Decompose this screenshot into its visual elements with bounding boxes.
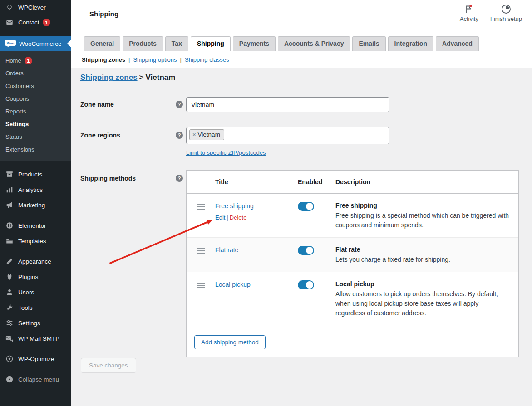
sidebar-item-appearance[interactable]: Appearance: [0, 254, 71, 269]
sidebar-item-wp-mail-smtp[interactable]: WP Mail SMTP: [0, 331, 71, 346]
sidebar-item-contact[interactable]: Contact1: [0, 15, 71, 30]
header-action-activity[interactable]: Activity: [460, 4, 478, 22]
tab-payments[interactable]: Payments: [233, 36, 276, 51]
page-title: Shipping: [89, 10, 118, 18]
sidebar-item-label: WPClever: [18, 4, 46, 11]
tab-shipping[interactable]: Shipping: [191, 36, 231, 51]
woocommerce-submenu: Home1OrdersCustomersCouponsReportsSettin…: [0, 51, 71, 161]
settings-content: Shipping zones>Vietnam Zone name ? Zone …: [71, 68, 532, 406]
products-box-icon: [5, 170, 15, 179]
folder-icon: [5, 236, 15, 245]
enabled-toggle[interactable]: [298, 246, 314, 255]
table-footer: Add shipping method: [187, 328, 518, 357]
method-title-link[interactable]: Local pickup: [215, 281, 251, 288]
sidebar-item-reports[interactable]: Reports: [0, 105, 71, 118]
sidebar-item-settings[interactable]: Settings: [0, 315, 71, 331]
tab-products[interactable]: Products: [123, 36, 163, 51]
header-action-label: Finish setup: [490, 15, 522, 22]
drag-handle-icon[interactable]: [197, 283, 205, 288]
sidebar-item-wp-optimize[interactable]: WP-Optimize: [0, 351, 71, 367]
tab-integration[interactable]: Integration: [388, 36, 433, 51]
enabled-toggle[interactable]: [298, 202, 314, 211]
shipping-subnav: Shipping zones|Shipping options|Shipping…: [71, 51, 532, 63]
tab-emails[interactable]: Emails: [352, 36, 385, 51]
zone-regions-input[interactable]: ×Vietnam: [186, 127, 389, 144]
add-shipping-method-button[interactable]: Add shipping method: [194, 335, 266, 349]
tab-general[interactable]: General: [84, 36, 120, 51]
delete-link[interactable]: Delete: [230, 214, 247, 221]
tab-tax[interactable]: Tax: [165, 36, 188, 51]
subnav-shipping-classes[interactable]: Shipping classes: [185, 56, 229, 63]
progress-pie-icon: [501, 4, 512, 15]
sidebar-item-extensions[interactable]: Extensions: [0, 143, 71, 156]
header-action-finish-setup[interactable]: Finish setup: [490, 4, 522, 22]
remove-region-icon[interactable]: ×: [192, 131, 196, 138]
settings-tabs-section: GeneralProductsTaxShippingPaymentsAccoun…: [71, 28, 532, 68]
tab-advanced[interactable]: Advanced: [436, 36, 479, 51]
column-header-title: Title: [215, 178, 298, 186]
paintbrush-icon: [5, 257, 15, 266]
admin-sidebar: WPCleverContact1 Woo WooCommerce Home1Or…: [0, 0, 71, 406]
sidebar-item-marketing[interactable]: Marketing: [0, 197, 71, 213]
sidebar-item-label: Settings: [18, 320, 40, 327]
sidebar-item-woocommerce[interactable]: Woo WooCommerce: [0, 36, 71, 51]
svg-text:Woo: Woo: [7, 41, 15, 45]
column-header-enabled: Enabled: [298, 178, 335, 186]
enabled-toggle[interactable]: [298, 280, 314, 289]
breadcrumb-shipping-zones-link[interactable]: Shipping zones: [80, 73, 138, 82]
sidebar-item-label: Extensions: [5, 146, 34, 153]
sidebar-item-products[interactable]: Products: [0, 166, 71, 182]
shipping-methods-label: Shipping methods: [80, 175, 136, 182]
sidebar-item-coupons[interactable]: Coupons: [0, 93, 71, 105]
bar-chart-icon: [5, 185, 15, 194]
sidebar-item-settings[interactable]: Settings: [0, 118, 71, 131]
sidebar-item-elementor[interactable]: Elementor: [0, 218, 71, 233]
zone-name-help-icon[interactable]: ?: [176, 101, 183, 108]
sidebar-item-status[interactable]: Status: [0, 131, 71, 143]
sidebar-menu-group: AppearancePluginsUsersToolsSettingsWP Ma…: [0, 254, 71, 346]
subnav-shipping-zones[interactable]: Shipping zones: [82, 56, 125, 63]
header-actions: ActivityFinish setup: [460, 4, 522, 22]
sidebar-item-templates[interactable]: Templates: [0, 233, 71, 249]
zone-name-input[interactable]: [186, 97, 389, 112]
limit-postcodes-link[interactable]: Limit to specific ZIP/postcodes: [186, 149, 266, 156]
zone-name-label: Zone name: [80, 101, 114, 108]
sidebar-item-home[interactable]: Home1: [0, 54, 71, 67]
toggle-knob: [306, 281, 313, 289]
sidebar-item-wpclever[interactable]: WPClever: [0, 0, 71, 15]
subnav-shipping-options[interactable]: Shipping options: [133, 56, 177, 63]
sidebar-item-label: Marketing: [18, 202, 45, 209]
sidebar-item-plugins[interactable]: Plugins: [0, 269, 71, 284]
sidebar-item-customers[interactable]: Customers: [0, 80, 71, 93]
sidebar-item-collapse-menu[interactable]: Collapse menu: [0, 372, 71, 387]
shipping-methods-help-icon[interactable]: ?: [176, 175, 183, 182]
sidebar-item-label: Templates: [18, 238, 46, 245]
elementor-icon: [5, 221, 15, 230]
save-changes-button[interactable]: Save changes: [81, 358, 136, 373]
sidebar-item-analytics[interactable]: Analytics: [0, 182, 71, 197]
sidebar-item-label: Coupons: [5, 95, 29, 102]
drag-handle-icon[interactable]: [197, 204, 205, 210]
sidebar-item-tools[interactable]: Tools: [0, 300, 71, 315]
table-row-flat-rate: Flat rate Flat rate Lets you charge a fi…: [187, 238, 518, 272]
sidebar-item-label: Status: [5, 133, 22, 140]
drag-handle-icon[interactable]: [197, 248, 205, 254]
subnav-separator: |: [125, 56, 133, 63]
sidebar-item-users[interactable]: Users: [0, 284, 71, 300]
sidebar-item-label: Appearance: [18, 258, 51, 265]
sidebar-menu-groups: ProductsAnalyticsMarketingElementorTempl…: [0, 166, 71, 387]
method-title-link[interactable]: Free shipping: [215, 202, 254, 210]
sidebar-item-orders[interactable]: Orders: [0, 67, 71, 80]
sidebar-item-label: Users: [18, 289, 34, 296]
collapse-arrow-icon: [5, 375, 15, 384]
sidebar-item-label: Elementor: [18, 222, 46, 229]
region-chip-vietnam: ×Vietnam: [189, 129, 224, 140]
method-title-link[interactable]: Flat rate: [215, 246, 238, 254]
sidebar-item-label: Home: [5, 57, 21, 64]
tab-accounts-privacy[interactable]: Accounts & Privacy: [278, 36, 350, 51]
edit-link[interactable]: Edit: [215, 214, 225, 221]
zone-regions-help-icon[interactable]: ?: [176, 132, 183, 139]
header-bar: Shipping ActivityFinish setup: [71, 0, 532, 28]
column-header-description: Description: [335, 178, 518, 186]
plug-icon: [5, 272, 15, 281]
